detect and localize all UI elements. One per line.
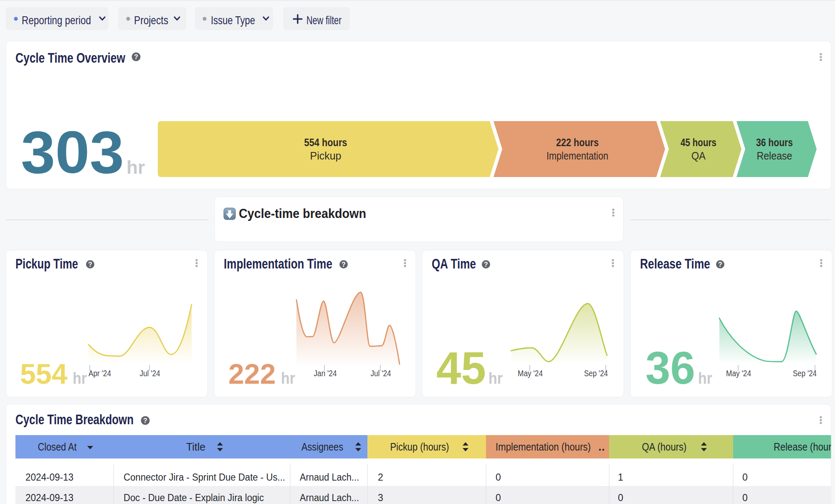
svg-text:303: 303 bbox=[21, 119, 124, 185]
svg-text:Pickup Time: Pickup Time bbox=[15, 256, 78, 271]
svg-text:Cycle-time breakdown: Cycle-time breakdown bbox=[239, 206, 366, 221]
svg-text:Apr '24: Apr '24 bbox=[89, 369, 111, 378]
svg-text:May '24: May '24 bbox=[518, 369, 543, 378]
svg-text:QA: QA bbox=[691, 149, 706, 162]
svg-text:3: 3 bbox=[378, 492, 383, 503]
svg-text:0: 0 bbox=[618, 492, 623, 503]
svg-text:New filter: New filter bbox=[306, 14, 342, 27]
svg-text:1: 1 bbox=[618, 472, 623, 483]
svg-text:Cycle Time Overview: Cycle Time Overview bbox=[15, 50, 125, 66]
svg-text:Arnaud Lach...: Arnaud Lach... bbox=[300, 472, 359, 483]
svg-text:Jan '24: Jan '24 bbox=[314, 369, 337, 378]
svg-text:?: ? bbox=[88, 261, 92, 268]
svg-text:Release: Release bbox=[757, 149, 792, 162]
svg-text:Implementation: Implementation bbox=[547, 149, 608, 162]
svg-text:45 hours: 45 hours bbox=[681, 137, 716, 148]
svg-text:0: 0 bbox=[496, 472, 501, 483]
svg-text:Title: Title bbox=[186, 441, 205, 453]
svg-text:0: 0 bbox=[742, 472, 748, 483]
svg-text:2024-09-13: 2024-09-13 bbox=[25, 492, 73, 503]
svg-text:QA (hours): QA (hours) bbox=[642, 441, 687, 453]
svg-text:hr: hr bbox=[281, 370, 295, 387]
svg-text:554: 554 bbox=[20, 358, 68, 390]
svg-text:hr: hr bbox=[73, 370, 87, 387]
svg-text:Cycle Time Breakdown: Cycle Time Breakdown bbox=[15, 412, 134, 427]
svg-text:?: ? bbox=[143, 417, 147, 424]
svg-text:Issue Type: Issue Type bbox=[211, 14, 255, 27]
svg-text:Projects: Projects bbox=[134, 14, 168, 27]
svg-text:?: ? bbox=[134, 53, 138, 61]
svg-text:Sep '24: Sep '24 bbox=[584, 369, 608, 378]
svg-text:554 hours: 554 hours bbox=[304, 137, 347, 148]
svg-text:hr: hr bbox=[488, 370, 503, 387]
svg-text:0: 0 bbox=[742, 492, 748, 503]
svg-text:Pickup (hours): Pickup (hours) bbox=[390, 441, 449, 453]
svg-text:hr: hr bbox=[127, 157, 145, 177]
svg-text:Closed At: Closed At bbox=[38, 441, 77, 453]
svg-text:?: ? bbox=[484, 261, 488, 268]
svg-text:?: ? bbox=[718, 261, 722, 268]
svg-text:?: ? bbox=[342, 261, 346, 268]
svg-text:hr: hr bbox=[698, 370, 712, 387]
svg-text:Pickup: Pickup bbox=[310, 149, 342, 162]
svg-text:0: 0 bbox=[496, 492, 501, 503]
svg-text:May '24: May '24 bbox=[726, 369, 751, 378]
svg-text:36: 36 bbox=[645, 342, 695, 393]
svg-text:222: 222 bbox=[228, 358, 276, 390]
svg-text:QA Time: QA Time bbox=[432, 256, 476, 271]
svg-text:Implementation Time: Implementation Time bbox=[224, 256, 332, 271]
svg-text:Jul '24: Jul '24 bbox=[140, 369, 160, 378]
svg-text:Release Time: Release Time bbox=[640, 256, 710, 271]
svg-text:Jul '24: Jul '24 bbox=[371, 369, 391, 378]
svg-text:36 hours: 36 hours bbox=[756, 137, 793, 148]
svg-text:Sep '24: Sep '24 bbox=[793, 369, 817, 378]
svg-text:2: 2 bbox=[378, 472, 383, 483]
svg-text:222 hours: 222 hours bbox=[556, 137, 599, 148]
svg-text:Implementation (hours): Implementation (hours) bbox=[496, 441, 591, 453]
svg-text:Connector Jira - Sprint Due Da: Connector Jira - Sprint Due Date - Us... bbox=[124, 472, 285, 483]
svg-text:Doc - Due Date - Explain Jira: Doc - Due Date - Explain Jira logic bbox=[124, 492, 264, 503]
svg-text:Assignees: Assignees bbox=[301, 441, 343, 453]
svg-text:Release (hours): Release (hours) bbox=[774, 441, 835, 453]
svg-text:45: 45 bbox=[436, 342, 486, 393]
svg-text:2024-09-13: 2024-09-13 bbox=[25, 472, 73, 483]
svg-text:Reporting period: Reporting period bbox=[22, 14, 91, 27]
svg-text:Arnaud Lach...: Arnaud Lach... bbox=[300, 492, 359, 503]
